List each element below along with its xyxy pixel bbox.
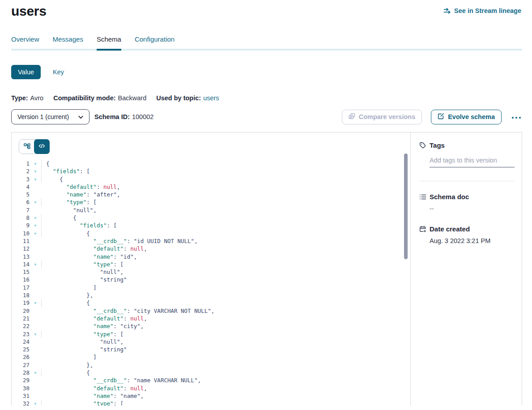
code-line: 7 "null",	[12, 206, 410, 214]
code-line: 12 "default": null,	[12, 245, 410, 252]
code-text: "default": null,	[42, 245, 147, 252]
date-created-header: Date created	[419, 225, 514, 233]
code-line: 2▾ "fields": [	[12, 167, 410, 175]
line-number: 16	[12, 276, 30, 283]
tags-section-header: Tags	[419, 141, 514, 149]
tags-title: Tags	[430, 141, 445, 149]
line-number: 10	[12, 230, 30, 237]
meta-compat-value: Backward	[118, 94, 147, 102]
compare-versions-button[interactable]: Compare versions	[342, 110, 422, 124]
triangle-down-icon[interactable]: ▾	[30, 160, 42, 167]
code-line: 5 "name": "after",	[12, 191, 410, 198]
tab-schema[interactable]: Schema	[97, 35, 121, 49]
line-number: 13	[12, 253, 30, 261]
code-line: 1▾{	[12, 160, 410, 167]
code-line: 24 "null",	[12, 338, 410, 346]
code-text: "name": "id",	[42, 253, 137, 261]
schema-doc-title: Schema doc	[430, 193, 469, 201]
sidebar-divider	[420, 181, 514, 181]
code-line: 4 "default": null,	[12, 183, 410, 191]
view-toggle	[19, 139, 50, 154]
code-line: 16 "string"	[12, 276, 410, 283]
schema-page: users See in Stream lineage OverviewMess…	[0, 0, 532, 410]
code-text: },	[42, 361, 93, 369]
line-number: 15	[12, 268, 30, 276]
code-text: "__crdb__": "id UUID NOT NULL",	[42, 237, 198, 245]
code-line: 26 ]	[12, 353, 410, 361]
line-number: 19	[12, 299, 30, 307]
code-text: "type": [	[42, 330, 123, 338]
code-text: "type": [	[42, 261, 123, 268]
code-text: "default": null,	[42, 384, 147, 392]
triangle-down-icon[interactable]: ▾	[30, 230, 42, 237]
edit-icon	[438, 113, 444, 121]
line-number: 31	[12, 392, 30, 400]
code-line: 28▾ {	[12, 369, 410, 376]
triangle-down-icon[interactable]: ▾	[30, 330, 42, 338]
code-line: 23▾ "type": [	[12, 330, 410, 338]
code-text: "null",	[42, 206, 97, 214]
line-number: 7	[12, 206, 30, 214]
version-select[interactable]: Version 1 (current)	[11, 109, 89, 124]
line-number: 9	[12, 222, 30, 229]
tag-icon	[419, 142, 426, 149]
line-number: 27	[12, 361, 30, 369]
tab-messages[interactable]: Messages	[53, 35, 83, 49]
code-line: 13 "name": "id",	[12, 253, 410, 261]
triangle-down-icon[interactable]: ▾	[30, 167, 42, 175]
code-line: 18 },	[12, 291, 410, 299]
schema-doc-value: --	[430, 205, 514, 212]
triangle-down-icon[interactable]: ▾	[30, 299, 42, 307]
tab-configuration[interactable]: Configuration	[135, 35, 174, 49]
code-text: "__crdb__": "city VARCHAR NOT NULL",	[42, 307, 214, 315]
tabs: OverviewMessagesSchemaConfiguration	[11, 35, 522, 51]
add-tags-input[interactable]	[430, 156, 515, 167]
code-text: "name": "name",	[42, 392, 144, 400]
tab-overview[interactable]: Overview	[11, 35, 39, 49]
line-number: 21	[12, 315, 30, 322]
code-scrollbar[interactable]	[404, 154, 408, 259]
evolve-schema-button[interactable]: Evolve schema	[431, 110, 502, 124]
meta-type: Type:Avro	[11, 94, 43, 102]
line-number: 3	[12, 175, 30, 183]
line-number: 30	[12, 384, 30, 392]
code-text: {	[42, 175, 63, 183]
key-tab-link[interactable]: Key	[53, 68, 64, 76]
schema-panel: 1▾{2▾ "fields": [3▾ {4 "default": null,5…	[11, 132, 522, 406]
triangle-down-icon[interactable]: ▾	[30, 175, 42, 183]
triangle-down-icon[interactable]: ▾	[30, 214, 42, 222]
more-options-button[interactable]	[511, 111, 522, 123]
tree-view-button[interactable]	[19, 140, 34, 154]
code-text: "type": [	[42, 198, 97, 206]
meta-topic-label: Used by topic:	[156, 94, 201, 102]
code-line: 20 "__crdb__": "city VARCHAR NOT NULL",	[12, 307, 410, 315]
date-created-section: Date created Aug. 3 2022 3:21 PM	[419, 225, 514, 244]
meta-topic: Used by topic:users	[156, 94, 219, 102]
code-line: 14▾ "type": [	[12, 261, 410, 268]
line-number: 23	[12, 330, 30, 338]
triangle-down-icon[interactable]: ▾	[30, 369, 42, 376]
line-number: 20	[12, 307, 30, 315]
meta-compatibility: Compatibility mode:Backward	[53, 94, 146, 102]
code-line: 29 "__crdb__": "name VARCHAR NULL",	[12, 376, 410, 384]
meta-type-value: Avro	[30, 94, 44, 102]
line-number: 2	[12, 167, 30, 175]
code-text: "type": [	[42, 400, 123, 406]
version-select-value: Version 1 (current)	[17, 113, 69, 120]
stream-lineage-link[interactable]: See in Stream lineage	[443, 7, 521, 14]
triangle-down-icon[interactable]: ▾	[30, 400, 42, 406]
topic-link[interactable]: users	[203, 94, 219, 102]
code-text: },	[42, 291, 93, 299]
value-key-toggle: Value Key	[11, 65, 522, 79]
triangle-down-icon[interactable]: ▾	[30, 261, 42, 268]
stream-lineage-icon	[443, 8, 451, 14]
schema-meta: Type:Avro Compatibility mode:Backward Us…	[11, 94, 522, 102]
line-number: 6	[12, 198, 30, 206]
version-actions: Compare versions Evolve schema	[342, 110, 522, 124]
schema-id-label: Schema ID:	[94, 113, 130, 120]
meta-type-label: Type:	[11, 94, 28, 102]
value-tab-button[interactable]: Value	[11, 65, 41, 79]
triangle-down-icon[interactable]: ▾	[30, 222, 42, 229]
code-view-button[interactable]	[34, 139, 50, 154]
triangle-down-icon[interactable]: ▾	[30, 198, 42, 206]
